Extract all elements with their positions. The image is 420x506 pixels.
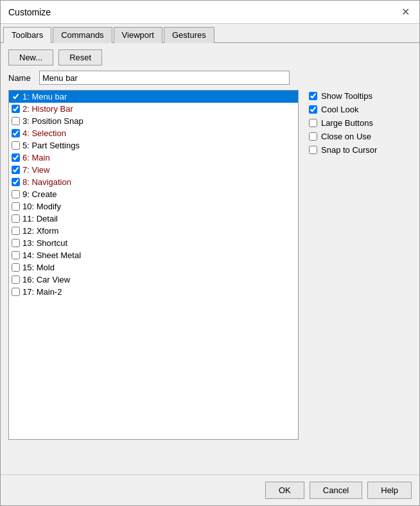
list-item-label: 16: Car View — [22, 275, 70, 284]
option-large-buttons: Large Buttons — [309, 118, 412, 128]
list-item[interactable]: 12: Xform — [9, 225, 298, 237]
list-item-checkbox[interactable] — [12, 202, 20, 211]
list-item-label: 5: Part Settings — [22, 141, 80, 150]
list-item[interactable]: 14: Sheet Metal — [9, 249, 298, 261]
cancel-button[interactable]: Cancel — [310, 482, 362, 499]
toolbar-row: New... Reset — [8, 49, 412, 65]
list-item-label: 17: Main-2 — [22, 287, 62, 297]
list-item-label: 15: Mold — [22, 263, 55, 272]
list-item[interactable]: 16: Car View — [9, 274, 298, 286]
toolbar-list[interactable]: 1: Menu bar2: History Bar3: Position Sna… — [8, 90, 299, 440]
list-item-label: 12: Xform — [22, 226, 58, 236]
list-item-checkbox[interactable] — [12, 129, 20, 137]
tab-bar: Toolbars Commands Viewport Gestures — [1, 24, 419, 43]
customize-dialog: Customize ✕ Toolbars Commands Viewport G… — [0, 0, 420, 506]
reset-button[interactable]: Reset — [58, 49, 102, 65]
name-row: Name — [8, 71, 412, 85]
list-item-checkbox[interactable] — [12, 239, 20, 247]
list-item-label: 13: Shortcut — [22, 238, 67, 248]
list-item-checkbox[interactable] — [12, 251, 20, 259]
cool-look-checkbox[interactable] — [309, 105, 317, 114]
list-item[interactable]: 7: View — [9, 164, 298, 176]
tab-gestures[interactable]: Gestures — [164, 27, 214, 43]
list-item-label: 1: Menu bar — [22, 92, 67, 101]
option-cool-look: Cool Look — [309, 105, 412, 114]
list-item-label: 9: Create — [22, 189, 57, 199]
list-item[interactable]: 6: Main — [9, 152, 298, 164]
list-item-checkbox[interactable] — [12, 153, 20, 162]
large-buttons-checkbox[interactable] — [309, 119, 317, 127]
ok-button[interactable]: OK — [265, 482, 304, 499]
list-item[interactable]: 3: Position Snap — [9, 115, 298, 127]
snap-to-cursor-checkbox[interactable] — [309, 146, 317, 154]
main-row: 1: Menu bar2: History Bar3: Position Sna… — [8, 90, 412, 468]
list-item-label: 7: View — [22, 165, 49, 175]
option-show-tooltips: Show Tooltips — [309, 91, 412, 101]
list-item[interactable]: 9: Create — [9, 188, 298, 200]
list-item-label: 3: Position Snap — [22, 116, 83, 126]
option-snap-to-cursor: Snap to Cursor — [309, 145, 412, 155]
close-button[interactable]: ✕ — [399, 6, 412, 19]
cool-look-label: Cool Look — [321, 105, 359, 114]
list-item-checkbox[interactable] — [12, 105, 20, 113]
list-item[interactable]: 10: Modify — [9, 200, 298, 213]
list-item-checkbox[interactable] — [12, 141, 20, 150]
list-item-checkbox[interactable] — [12, 263, 20, 272]
list-item[interactable]: 8: Navigation — [9, 176, 298, 188]
list-item[interactable]: 5: Part Settings — [9, 139, 298, 152]
show-tooltips-label: Show Tooltips — [321, 91, 372, 101]
list-item[interactable]: 13: Shortcut — [9, 237, 298, 249]
list-item-label: 10: Modify — [22, 202, 61, 211]
list-item[interactable]: 11: Detail — [9, 213, 298, 225]
list-item-checkbox[interactable] — [12, 190, 20, 198]
list-item-checkbox[interactable] — [12, 214, 20, 223]
tab-commands[interactable]: Commands — [53, 27, 112, 43]
list-item-checkbox[interactable] — [12, 166, 20, 174]
tab-toolbars[interactable]: Toolbars — [3, 27, 51, 43]
list-item[interactable]: 15: Mold — [9, 261, 298, 274]
tab-viewport[interactable]: Viewport — [114, 27, 162, 43]
list-item[interactable]: 4: Selection — [9, 127, 298, 139]
footer: OK Cancel Help — [1, 475, 419, 505]
list-item-label: 6: Main — [22, 153, 50, 162]
list-item[interactable]: 2: History Bar — [9, 103, 298, 115]
list-item-checkbox[interactable] — [12, 117, 20, 125]
list-item[interactable]: 17: Main-2 — [9, 286, 298, 298]
list-item-checkbox[interactable] — [12, 227, 20, 235]
list-item-label: 4: Selection — [22, 128, 66, 138]
content-area: New... Reset Name 1: Menu bar2: History … — [1, 43, 419, 475]
list-item[interactable]: 1: Menu bar — [9, 91, 298, 103]
close-on-use-checkbox[interactable] — [309, 132, 317, 141]
dialog-title: Customize — [8, 7, 51, 17]
list-item-checkbox[interactable] — [12, 275, 20, 284]
list-item-label: 2: History Bar — [22, 104, 73, 114]
new-button[interactable]: New... — [8, 49, 53, 65]
help-button[interactable]: Help — [367, 482, 412, 499]
snap-to-cursor-label: Snap to Cursor — [321, 145, 377, 155]
close-on-use-label: Close on Use — [321, 132, 371, 141]
show-tooltips-checkbox[interactable] — [309, 92, 317, 100]
large-buttons-label: Large Buttons — [321, 118, 373, 128]
name-input[interactable] — [39, 71, 290, 85]
option-close-on-use: Close on Use — [309, 132, 412, 141]
list-item-label: 11: Detail — [22, 214, 58, 223]
options-panel: Show Tooltips Cool Look Large Buttons Cl… — [309, 90, 412, 468]
list-item-checkbox[interactable] — [12, 288, 20, 296]
name-label: Name — [8, 73, 34, 83]
list-item-label: 8: Navigation — [22, 177, 71, 187]
list-item-label: 14: Sheet Metal — [22, 250, 81, 260]
list-item-checkbox[interactable] — [12, 178, 20, 186]
list-item-checkbox[interactable] — [12, 92, 20, 101]
title-bar: Customize ✕ — [1, 1, 419, 24]
